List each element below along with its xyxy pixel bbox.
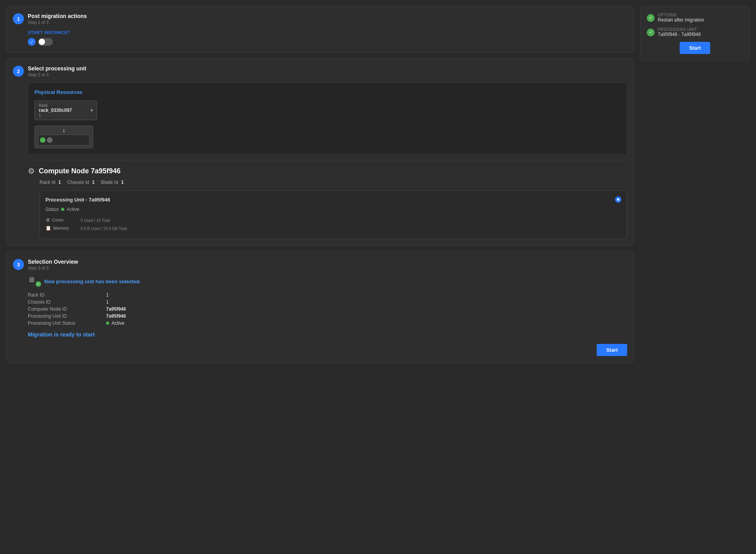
- processing-unit-status-value: Active: [112, 320, 124, 326]
- options-value: Restart after migration: [658, 17, 704, 23]
- step-2-card: 2 Select processing unit Step 2 of 3 Phy…: [6, 59, 634, 246]
- processing-unit-status-label: Processing Unit Status: [28, 320, 106, 326]
- cores-value: 0 Used / 14 Total: [81, 218, 621, 223]
- processing-unit-status-value-row: Active: [106, 320, 627, 326]
- step-2-header: 2 Select processing unit Step 2 of 3: [13, 65, 627, 77]
- start-button-sidebar[interactable]: Start: [680, 42, 710, 54]
- sidebar: ✓ OPTIONS Restart after migration ✓ PROC…: [640, 6, 750, 548]
- memory-label: 📋 Memory: [45, 225, 77, 231]
- pu-title: Processing Unit - 7a95f946: [45, 197, 110, 203]
- cores-row: 🖥 Cores 0 Used / 14 Total: [45, 217, 621, 223]
- pu-check-icon: ✓: [647, 29, 655, 36]
- computer-node-id-label: Computer Node ID: [28, 306, 106, 312]
- step-3-subtitle: Step 3 of 3: [28, 266, 78, 270]
- selection-success-banner: 🖥 ✓ New processing unit has been selecte…: [28, 276, 627, 287]
- step-1-title: Post migration actions: [28, 13, 87, 19]
- pu-card-header: Processing Unit - 7a95f946: [45, 196, 621, 203]
- physical-resources-section: Physical Resources Rack rack_0330c097 1 …: [28, 83, 627, 155]
- toggle-container: ✓: [28, 38, 627, 46]
- computer-node-id-value: 7a95f946: [106, 306, 627, 312]
- compute-node-icon: ⚙: [28, 166, 35, 176]
- rack-name: rack_0330c097: [39, 108, 72, 113]
- pu-value: 7a95f946 · 7a95f946: [658, 32, 701, 37]
- sidebar-panel: ✓ OPTIONS Restart after migration ✓ PROC…: [640, 6, 750, 61]
- sidebar-start-btn-row: Start: [647, 42, 743, 54]
- toggle-checkmark: ✓: [28, 38, 36, 46]
- step-2-title: Select processing unit: [28, 65, 86, 72]
- rack-dropdown[interactable]: Rack rack_0330c097 1 ▾: [34, 101, 97, 120]
- start-instance-toggle[interactable]: [38, 38, 53, 46]
- rack-id-value: 1: [106, 292, 627, 298]
- status-value: Active: [67, 207, 79, 212]
- chassis-id-label: Chassis ID: [28, 299, 106, 305]
- chassis-id-value: 1: [106, 299, 627, 305]
- step-1-subtitle: Step 1 of 3: [28, 20, 87, 25]
- step-3-title: Selection Overview: [28, 259, 78, 265]
- chassis-slot-row: [38, 135, 90, 146]
- memory-value: 0.0 B Used / 24.0 GB Total: [81, 227, 621, 231]
- rack-label: Rack: [39, 103, 72, 108]
- step-1-card: 1 Post migration actions Step 1 of 3 STA…: [6, 6, 634, 52]
- pu-sidebar-row: ✓ PROCESSING UNIT 7a95f946 · 7a95f946: [647, 27, 743, 37]
- rack-id-label: Rack ID: [28, 292, 106, 298]
- success-icon-wrap: 🖥 ✓: [28, 276, 40, 287]
- chassis-dot-green: [40, 137, 45, 143]
- step-3-card: 3 Selection Overview Step 3 of 3 🖥 ✓ New…: [6, 252, 634, 363]
- processing-unit-card: Processing Unit - 7a95f946 Status Active…: [40, 191, 627, 239]
- rack-id-meta: Rack Id 1: [40, 180, 61, 185]
- step-3-circle: 3: [13, 259, 24, 270]
- step-1-header: 1 Post migration actions Step 1 of 3: [13, 13, 627, 25]
- options-row: ✓ OPTIONS Restart after migration: [647, 13, 743, 23]
- pu-status-dot: [106, 322, 109, 325]
- selection-table: Rack ID 1 Chassis ID 1 Computer Node ID …: [28, 292, 627, 326]
- status-label: Status: [45, 207, 59, 212]
- step-2-subtitle: Step 2 of 3: [28, 72, 86, 77]
- physical-resources-title: Physical Resources: [34, 89, 621, 95]
- cores-icon: 🖥: [45, 217, 50, 223]
- success-checkmark-icon: ✓: [36, 281, 41, 287]
- pu-status-row: Status Active: [45, 207, 621, 212]
- compute-node-section: ⚙ Compute Node 7a95f946 Rack Id 1 Chassi…: [28, 166, 627, 239]
- compute-node-header: ⚙ Compute Node 7a95f946: [28, 166, 627, 176]
- chevron-down-icon: ▾: [90, 108, 93, 113]
- start-btn-row: Start: [28, 344, 627, 356]
- pu-radio-button[interactable]: [615, 196, 621, 203]
- options-check-icon: ✓: [647, 14, 655, 22]
- pu-label: PROCESSING UNIT: [658, 27, 701, 32]
- step-3-header: 3 Selection Overview Step 3 of 3: [13, 259, 627, 270]
- section-divider: [28, 160, 627, 161]
- compute-node-title: Compute Node 7a95f946: [39, 167, 121, 175]
- chassis-dot-gray: [47, 137, 52, 143]
- chassis-slot-number: 1: [38, 128, 90, 133]
- options-text: OPTIONS Restart after migration: [658, 13, 704, 23]
- step-2-circle: 2: [13, 66, 24, 77]
- memory-icon: 📋: [45, 225, 51, 231]
- cores-label: 🖥 Cores: [45, 217, 77, 223]
- processing-unit-id-label: Processing Unit ID: [28, 313, 106, 319]
- memory-row: 📋 Memory 0.0 B Used / 24.0 GB Total: [45, 225, 621, 231]
- server-icon: 🖥: [28, 276, 35, 284]
- success-text: New processing unit has been selected.: [44, 279, 141, 284]
- chassis-visual: 1: [34, 126, 93, 148]
- compute-node-meta: Rack Id 1 Chassis Id 1 Blade Id 1: [28, 180, 627, 185]
- processing-unit-id-value: 7a95f946: [106, 313, 627, 319]
- migration-ready-text: Migration is ready to start: [28, 331, 627, 338]
- step-1-circle: 1: [13, 13, 24, 24]
- start-button-bottom[interactable]: Start: [597, 344, 627, 356]
- blade-id-meta: Blade Id 1: [101, 180, 124, 185]
- chassis-id-meta: Chassis Id 1: [67, 180, 95, 185]
- options-label: OPTIONS: [658, 13, 704, 17]
- pu-text: PROCESSING UNIT 7a95f946 · 7a95f946: [658, 27, 701, 37]
- toggle-label: START INSTANCE?: [28, 30, 627, 35]
- rack-num: 1: [39, 113, 72, 117]
- status-active-dot: [61, 208, 64, 211]
